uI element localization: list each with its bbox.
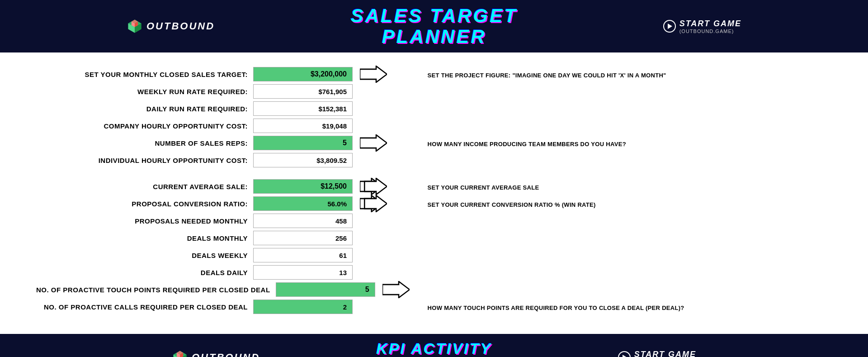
row-weekly-run-rate: WEEKLY RUN RATE REQUIRED: $761,905 <box>36 83 410 100</box>
row-avg-sale-value[interactable]: $12,500 <box>253 179 353 194</box>
hint-spacer-2 <box>428 100 850 117</box>
header-logo: OUTBOUND <box>127 18 215 34</box>
row-proposals-needed: PROPOSALS NEEDED MONTHLY 458 <box>36 213 410 229</box>
bottom-title: KPI ACTIVITY PLANNER <box>376 340 492 357</box>
row-proposals-needed-value: 458 <box>253 214 353 228</box>
row-deals-monthly-label: DEALS MONTHLY <box>36 234 253 242</box>
bottom-banner: OUTBOUND KPI ACTIVITY PLANNER START GAME… <box>0 334 868 357</box>
header-title-line2: PLANNER <box>382 26 486 47</box>
row-touch-points-value[interactable]: 5 <box>276 282 375 297</box>
row-proposals-needed-label: PROPOSALS NEEDED MONTHLY <box>36 217 253 225</box>
hint-sales-reps: HOW MANY INCOME PRODUCING TEAM MEMBERS D… <box>428 135 850 151</box>
row-individual-hourly-value: $3,809.52 <box>253 153 353 167</box>
row-monthly-target-label: SET YOUR MONTHLY CLOSED SALES TARGET: <box>36 71 253 78</box>
row-proactive-calls: NO. OF PROACTIVE CALLS REQUIRED PER CLOS… <box>36 299 410 315</box>
row-deals-monthly: DEALS MONTHLY 256 <box>36 230 410 246</box>
row-conversion-ratio-label: PROPOSAL CONVERSION RATIO: <box>36 200 253 208</box>
bottom-play-triangle-icon <box>623 355 627 357</box>
arrow-icon <box>360 134 387 152</box>
hint-conversion-ratio: SET YOUR CURRENT CONVERSION RATIO % (WIN… <box>428 195 850 212</box>
row-deals-monthly-value: 256 <box>253 231 353 245</box>
row-daily-run-rate: DAILY RUN RATE REQUIRED: $152,381 <box>36 100 410 117</box>
hint-spacer-3 <box>428 118 850 134</box>
row-proactive-calls-label: NO. OF PROACTIVE CALLS REQUIRED PER CLOS… <box>36 303 253 311</box>
row-avg-sale: CURRENT AVERAGE SALE: $12,500 <box>36 178 410 195</box>
row-deals-daily-value: 13 <box>253 265 353 280</box>
header-title: SALES TARGET PLANNER <box>350 5 517 47</box>
bottom-logo-cube-icon <box>172 349 188 357</box>
hint-proactive-calls-text: HOW MANY TOUCH POINTS ARE REQUIRED FOR Y… <box>428 303 684 311</box>
row-sales-reps-value[interactable]: 5 <box>253 136 353 150</box>
hints-column: SET THE PROJECT FIGURE: "Imagine One Day… <box>410 62 868 320</box>
hint-spacer-7 <box>428 247 850 263</box>
row-sales-reps-label: NUMBER OF SALES REPS: <box>36 139 253 147</box>
arrow-icon <box>360 66 387 83</box>
svg-marker-7 <box>360 66 387 82</box>
row-avg-sale-label: CURRENT AVERAGE SALE: <box>36 183 253 190</box>
hint-spacer-8 <box>428 264 850 281</box>
row-deals-weekly-value: 61 <box>253 248 353 262</box>
data-table: SET YOUR MONTHLY CLOSED SALES TARGET: $3… <box>0 62 410 320</box>
bottom-play-icon <box>618 351 631 357</box>
row-hourly-opp-cost-label: COMPANY HOURLY OPPORTUNITY COST: <box>36 122 253 130</box>
header-logo-text: OUTBOUND <box>146 20 215 32</box>
bottom-logo: OUTBOUND <box>172 349 260 357</box>
arrow-sales-reps <box>360 134 387 152</box>
hint-spacer-9 <box>428 281 850 298</box>
row-conversion-ratio: PROPOSAL CONVERSION RATIO: 56.0% <box>36 195 410 212</box>
cta-main-text: START GAME <box>679 19 741 29</box>
svg-marker-12 <box>364 195 387 212</box>
hint-spacer-6 <box>428 230 850 246</box>
cta-sub-text: (OUTBOUND.GAME) <box>679 29 741 34</box>
row-deals-daily-label: DEALS DAILY <box>36 269 253 276</box>
cta-text-block: START GAME (OUTBOUND.GAME) <box>679 19 741 34</box>
arrow-monthly-target <box>360 66 387 83</box>
bottom-cta[interactable]: START GAME (OUTBOUND.GAME) <box>618 350 696 357</box>
section-hint-spacer <box>428 169 850 178</box>
arrow-touch-points <box>382 281 410 298</box>
main-content: SET YOUR MONTHLY CLOSED SALES TARGET: $3… <box>0 52 868 329</box>
row-sales-reps: NUMBER OF SALES REPS: 5 <box>36 135 410 151</box>
row-touch-points: NO. OF PROACTIVE TOUCH POINTS REQUIRED P… <box>36 281 410 298</box>
hint-spacer-1 <box>428 83 850 100</box>
play-icon <box>663 20 676 33</box>
hint-avg-sale: SET YOUR CURRENT AVERAGE SALE <box>428 178 850 195</box>
hint-proactive-calls: HOW MANY TOUCH POINTS ARE REQUIRED FOR Y… <box>428 299 850 315</box>
bottom-logo-text: OUTBOUND <box>192 352 260 357</box>
row-proactive-calls-value: 2 <box>253 300 353 314</box>
row-deals-weekly-label: DEALS WEEKLY <box>36 252 253 259</box>
hint-sales-reps-text: HOW MANY INCOME PRODUCING TEAM MEMBERS D… <box>428 139 626 148</box>
row-individual-hourly-label: INDIVIDUAL HOURLY OPPORTUNITY COST: <box>36 157 253 164</box>
row-weekly-run-rate-label: WEEKLY RUN RATE REQUIRED: <box>36 88 253 95</box>
hint-spacer-4 <box>428 152 850 168</box>
hint-conversion-ratio-text: SET YOUR CURRENT CONVERSION RATIO % (WIN… <box>428 200 596 208</box>
play-triangle-icon <box>668 24 672 29</box>
bottom-cta-main-text: START GAME <box>634 350 696 357</box>
double-arrow-icon <box>360 178 387 195</box>
svg-marker-13 <box>382 281 410 298</box>
row-monthly-target-value[interactable]: $3,200,000 <box>253 67 353 81</box>
row-hourly-opp-cost: COMPANY HOURLY OPPORTUNITY COST: $19,048 <box>36 118 410 134</box>
row-deals-weekly: DEALS WEEKLY 61 <box>36 247 410 263</box>
arrow-conversion-ratio <box>360 195 387 212</box>
row-conversion-ratio-value[interactable]: 56.0% <box>253 196 353 211</box>
svg-marker-8 <box>360 135 387 151</box>
row-monthly-target: SET YOUR MONTHLY CLOSED SALES TARGET: $3… <box>36 66 410 82</box>
arrow-icon <box>382 281 410 298</box>
double-arrow-icon <box>360 195 387 212</box>
svg-marker-10 <box>364 178 387 195</box>
row-hourly-opp-cost-value: $19,048 <box>253 119 353 133</box>
arrow-avg-sale <box>360 178 387 195</box>
header-title-line1: SALES TARGET <box>350 5 517 26</box>
hint-monthly-target: SET THE PROJECT FIGURE: "Imagine One Day… <box>428 66 850 82</box>
row-individual-hourly: INDIVIDUAL HOURLY OPPORTUNITY COST: $3,8… <box>36 152 410 168</box>
hint-spacer-5 <box>428 213 850 229</box>
row-daily-run-rate-value: $152,381 <box>253 101 353 116</box>
bottom-cta-text-block: START GAME (OUTBOUND.GAME) <box>634 350 696 357</box>
row-touch-points-label: NO. OF PROACTIVE TOUCH POINTS REQUIRED P… <box>36 286 276 294</box>
header-cta[interactable]: START GAME (OUTBOUND.GAME) <box>663 19 741 34</box>
logo-cube-icon <box>127 18 143 34</box>
row-deals-daily: DEALS DAILY 13 <box>36 264 410 281</box>
section-spacer <box>36 169 410 178</box>
row-daily-run-rate-label: DAILY RUN RATE REQUIRED: <box>36 105 253 113</box>
